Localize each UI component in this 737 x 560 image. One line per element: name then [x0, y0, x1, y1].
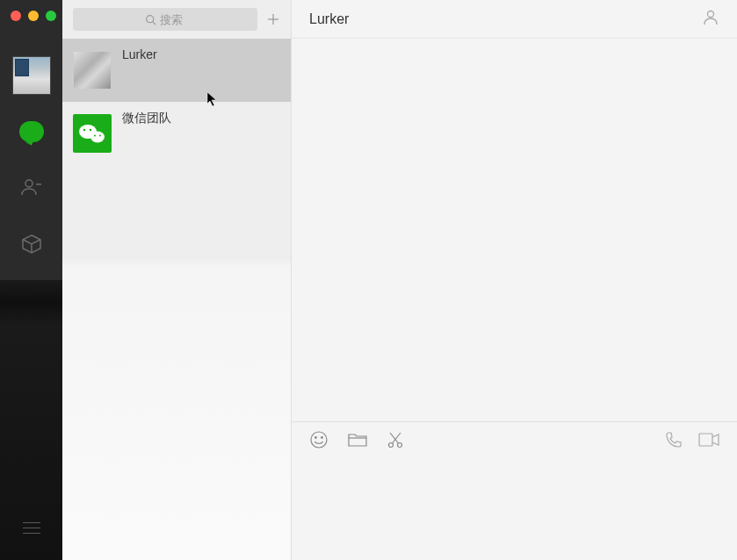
chat-avatar — [73, 51, 112, 90]
emoji-button[interactable] — [309, 430, 329, 449]
close-window-button[interactable] — [11, 11, 21, 21]
svg-point-18 — [398, 443, 402, 448]
folder-icon — [348, 432, 367, 448]
svg-point-10 — [94, 135, 96, 137]
svg-point-0 — [25, 180, 33, 187]
svg-point-15 — [322, 437, 323, 439]
menu-button[interactable] — [0, 522, 62, 534]
svg-point-17 — [389, 443, 394, 448]
file-button[interactable] — [348, 430, 367, 449]
svg-line-19 — [393, 433, 401, 443]
chat-item-lurker[interactable]: Lurker — [62, 39, 291, 102]
svg-point-11 — [99, 135, 101, 137]
svg-point-12 — [708, 11, 714, 17]
chat-header: Lurker — [292, 0, 737, 39]
add-button[interactable] — [266, 12, 280, 26]
search-icon — [145, 14, 156, 25]
search-input[interactable] — [160, 13, 186, 26]
chat-bubble-icon — [19, 121, 44, 142]
screenshot-button[interactable] — [387, 430, 404, 449]
svg-point-13 — [311, 432, 327, 448]
minimize-window-button[interactable] — [28, 11, 39, 21]
search-bar — [62, 0, 291, 39]
svg-line-3 — [152, 21, 155, 24]
chat-list-panel: Lurker 微信团队 — [62, 0, 291, 560]
contacts-tab[interactable] — [19, 176, 44, 200]
phone-icon — [665, 431, 683, 449]
chat-item-wechat-team[interactable]: 微信团队 — [62, 102, 291, 165]
cube-icon — [21, 233, 42, 255]
user-avatar[interactable] — [12, 56, 51, 95]
contacts-icon — [20, 177, 43, 198]
svg-line-20 — [390, 433, 399, 443]
search-box[interactable] — [73, 8, 257, 31]
video-call-button[interactable] — [698, 431, 719, 449]
input-toolbar — [292, 422, 737, 457]
svg-rect-21 — [699, 434, 712, 446]
profile-button[interactable] — [702, 9, 719, 30]
voice-call-button[interactable] — [665, 431, 683, 449]
nav-icons — [19, 119, 44, 256]
svg-point-9 — [90, 129, 92, 132]
maximize-window-button[interactable] — [46, 11, 56, 21]
wechat-icon — [78, 122, 106, 145]
chats-tab[interactable] — [19, 119, 44, 144]
plus-icon — [267, 13, 279, 25]
chat-name: Lurker — [122, 47, 157, 61]
video-icon — [698, 433, 719, 447]
chat-avatar — [73, 114, 112, 153]
svg-point-14 — [315, 437, 317, 439]
scissors-icon — [387, 431, 404, 449]
chat-input-area — [292, 421, 737, 560]
window-controls — [0, 0, 62, 25]
svg-point-7 — [90, 132, 105, 143]
favorites-tab[interactable] — [19, 232, 44, 256]
main-panel: Lurker — [291, 0, 737, 560]
svg-point-8 — [83, 129, 86, 132]
hamburger-icon — [23, 522, 40, 534]
user-icon — [702, 9, 719, 26]
left-sidebar — [0, 0, 62, 560]
chat-messages-area[interactable] — [292, 39, 737, 421]
svg-point-2 — [146, 15, 153, 22]
chat-name: 微信团队 — [122, 111, 171, 126]
smiley-icon — [309, 430, 329, 449]
chat-title: Lurker — [309, 11, 349, 27]
